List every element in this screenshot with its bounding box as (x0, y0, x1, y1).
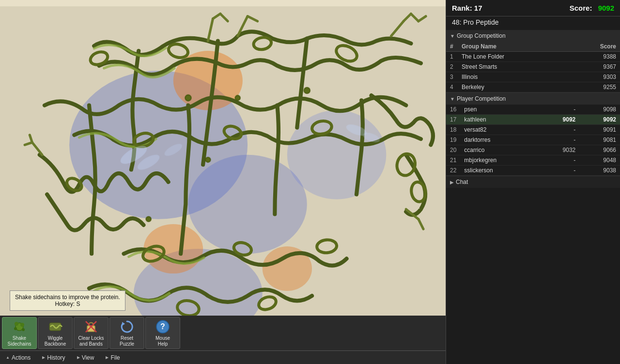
chat-arrow: ▶ (450, 180, 454, 185)
svg-marker-59 (122, 322, 125, 326)
player-table-row[interactable]: 19 darktorres - 9081 (446, 135, 620, 145)
player-name-cell: kathleen (460, 115, 539, 125)
menu-file[interactable]: ▶ File (100, 351, 125, 364)
player-table-row[interactable]: 16 psen - 9098 (446, 105, 620, 115)
player-table-row[interactable]: 21 mbjorkegren - 9048 (446, 155, 620, 166)
menu-history[interactable]: ▶ History (36, 351, 71, 364)
group-competition-header[interactable]: ▼ Group Competition (446, 30, 620, 42)
player-competition-header[interactable]: ▼ Player Competition (446, 93, 620, 105)
player-table-row[interactable]: 20 ccarrico 9032 9066 (446, 145, 620, 155)
svg-point-53 (14, 327, 17, 330)
player-score-cell: 9098 (579, 105, 620, 115)
group-rank-cell: 3 (446, 72, 458, 82)
group-competition-section: ▼ Group Competition # Group Name Score (446, 30, 620, 93)
menu-view[interactable]: ▶ View (71, 351, 100, 364)
group-rank-cell: 2 (446, 62, 458, 72)
group-competition-table-wrapper: # Group Name Score 1 The Lone Folder 938… (446, 42, 620, 92)
group-score-cell: 9388 (568, 52, 620, 62)
player-competition-table-wrapper: 16 psen - 9098 17 kathleen 9092 9092 18 … (446, 105, 620, 176)
svg-point-48 (304, 88, 310, 93)
player-rank-cell: 19 (446, 135, 460, 145)
player-competition-title: Player Competition (457, 95, 506, 102)
puzzle-name: 48: Pro Peptide (446, 16, 620, 30)
group-competition-arrow: ▼ (450, 33, 455, 39)
player-name-cell: darktorres (460, 135, 539, 145)
player-rank-cell: 20 (446, 145, 460, 155)
right-panel: Rank: 17 Score: 9092 48: Pro Peptide ▼ G… (446, 0, 620, 364)
mouse-help-label: MouseHelp (155, 335, 170, 347)
svg-point-2 (188, 155, 307, 254)
player-competition-section: ▼ Player Competition 16 psen - 9098 17 k… (446, 93, 620, 176)
group-table-row[interactable]: 4 Berkeley 9255 (446, 82, 620, 92)
svg-point-6 (143, 224, 203, 273)
shake-sidechains-icon (12, 319, 27, 334)
player-table-row[interactable]: 17 kathleen 9092 9092 (446, 115, 620, 125)
player-score-cell: 9038 (579, 166, 620, 176)
player-rank-cell: 16 (446, 105, 460, 115)
menu-file-arrow: ▶ (106, 355, 108, 360)
player-name-cell: psen (460, 105, 539, 115)
tooltip: Shake sidechains to improve the protein.… (10, 290, 125, 311)
svg-point-51 (15, 322, 18, 326)
group-table-row[interactable]: 2 Street Smarts 9367 (446, 62, 620, 72)
shake-sidechains-label: ShakeSidechains (8, 335, 31, 347)
clear-locks-bands-button[interactable]: Clear Locksand Bands (74, 317, 108, 349)
menu-history-label: History (47, 354, 65, 361)
chat-label: Chat (456, 179, 468, 185)
group-score-cell: 9303 (568, 72, 620, 82)
wiggle-backbone-icon (47, 319, 63, 334)
player-myscore-cell: - (539, 166, 580, 176)
score-info: Score: 9092 (570, 4, 614, 12)
score-value: 9092 (598, 4, 614, 12)
player-name-cell: versat82 (460, 125, 539, 135)
player-score-cell: 9081 (579, 135, 620, 145)
group-rank-cell: 1 (446, 52, 458, 62)
svg-point-45 (185, 95, 191, 101)
group-competition-title: Group Competition (457, 32, 506, 39)
group-col-rank: # (446, 42, 458, 52)
menu-actions[interactable]: ▲ Actions (0, 351, 36, 364)
group-competition-table: # Group Name Score 1 The Lone Folder 938… (446, 42, 620, 92)
shake-sidechains-button[interactable]: ShakeSidechains (2, 317, 37, 349)
group-name-cell: Street Smarts (458, 62, 568, 72)
mouse-help-button[interactable]: ? MouseHelp (145, 317, 180, 349)
player-myscore-cell: - (539, 135, 580, 145)
group-table-row[interactable]: 3 Illinois 9303 (446, 72, 620, 82)
menu-view-label: View (82, 354, 94, 361)
menu-history-arrow: ▶ (42, 355, 45, 360)
reset-puzzle-button[interactable]: ResetPuzzle (109, 317, 144, 349)
wiggle-backbone-button[interactable]: WiggleBackbone (38, 317, 73, 349)
group-table-row[interactable]: 1 The Lone Folder 9388 (446, 52, 620, 62)
tooltip-line1: Shake sidechains to improve the protein. (15, 294, 120, 301)
rank-info: Rank: 17 (452, 4, 482, 12)
menu-view-arrow: ▶ (77, 355, 80, 360)
player-competition-arrow: ▼ (450, 96, 455, 102)
reset-puzzle-label: ResetPuzzle (120, 335, 134, 347)
group-rank-cell: 4 (446, 82, 458, 92)
player-competition-content: 16 psen - 9098 17 kathleen 9092 9092 18 … (446, 105, 620, 176)
group-score-cell: 9255 (568, 82, 620, 92)
svg-point-52 (20, 323, 24, 327)
menubar: ▲ Actions ▶ History ▶ View ▶ File (0, 350, 446, 364)
menu-actions-label: Actions (12, 354, 31, 361)
player-rank-cell: 22 (446, 166, 460, 176)
group-competition-content: # Group Name Score 1 The Lone Folder 938… (446, 42, 620, 92)
player-competition-table: 16 psen - 9098 17 kathleen 9092 9092 18 … (446, 105, 620, 176)
group-name-cell: Berkeley (458, 82, 568, 92)
player-rank-cell: 18 (446, 125, 460, 135)
player-table-row[interactable]: 18 versat82 - 9091 (446, 125, 620, 135)
player-name-cell: ccarrico (460, 145, 539, 155)
group-col-score: Score (568, 42, 620, 52)
toolbar: ShakeSidechains WiggleBackbone (0, 316, 446, 350)
player-score-cell: 9066 (579, 145, 620, 155)
chat-section[interactable]: ▶ Chat (446, 176, 620, 188)
player-rank-cell: 17 (446, 115, 460, 125)
clear-locks-bands-label: Clear Locksand Bands (78, 335, 104, 347)
svg-rect-55 (49, 323, 61, 331)
player-name-cell: sslickerson (460, 166, 539, 176)
player-rank-cell: 21 (446, 155, 460, 166)
player-score-cell: 9048 (579, 155, 620, 166)
tooltip-line2: Hotkey: S (15, 301, 120, 307)
player-myscore-cell: 9032 (539, 145, 580, 155)
player-table-row[interactable]: 22 sslickerson - 9038 (446, 166, 620, 176)
